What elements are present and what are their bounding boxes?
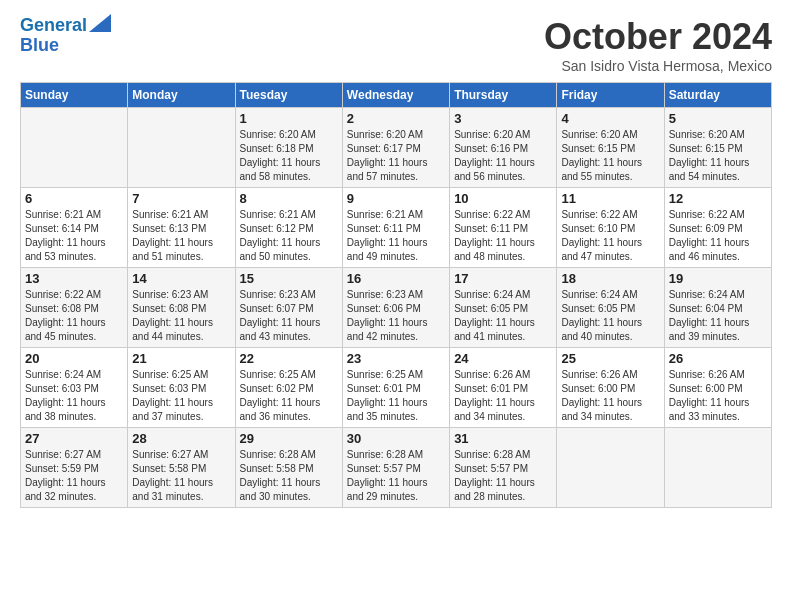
day-header-monday: Monday <box>128 83 235 108</box>
day-header-tuesday: Tuesday <box>235 83 342 108</box>
day-number: 6 <box>25 191 123 206</box>
calendar-cell: 2Sunrise: 6:20 AMSunset: 6:17 PMDaylight… <box>342 108 449 188</box>
calendar-cell: 5Sunrise: 6:20 AMSunset: 6:15 PMDaylight… <box>664 108 771 188</box>
cell-info: Sunrise: 6:22 AMSunset: 6:08 PMDaylight:… <box>25 288 123 344</box>
calendar-cell: 4Sunrise: 6:20 AMSunset: 6:15 PMDaylight… <box>557 108 664 188</box>
header: General Blue October 2024 San Isidro Vis… <box>20 16 772 74</box>
cell-info: Sunrise: 6:21 AMSunset: 6:12 PMDaylight:… <box>240 208 338 264</box>
cell-info: Sunrise: 6:21 AMSunset: 6:14 PMDaylight:… <box>25 208 123 264</box>
day-header-saturday: Saturday <box>664 83 771 108</box>
logo: General Blue <box>20 16 111 56</box>
calendar-cell: 29Sunrise: 6:28 AMSunset: 5:58 PMDayligh… <box>235 428 342 508</box>
calendar-cell: 10Sunrise: 6:22 AMSunset: 6:11 PMDayligh… <box>450 188 557 268</box>
cell-info: Sunrise: 6:20 AMSunset: 6:15 PMDaylight:… <box>669 128 767 184</box>
day-header-thursday: Thursday <box>450 83 557 108</box>
day-number: 8 <box>240 191 338 206</box>
calendar-week-row: 13Sunrise: 6:22 AMSunset: 6:08 PMDayligh… <box>21 268 772 348</box>
calendar-cell: 1Sunrise: 6:20 AMSunset: 6:18 PMDaylight… <box>235 108 342 188</box>
cell-info: Sunrise: 6:20 AMSunset: 6:15 PMDaylight:… <box>561 128 659 184</box>
cell-info: Sunrise: 6:23 AMSunset: 6:07 PMDaylight:… <box>240 288 338 344</box>
cell-info: Sunrise: 6:24 AMSunset: 6:04 PMDaylight:… <box>669 288 767 344</box>
day-header-sunday: Sunday <box>21 83 128 108</box>
cell-info: Sunrise: 6:26 AMSunset: 6:01 PMDaylight:… <box>454 368 552 424</box>
day-number: 19 <box>669 271 767 286</box>
calendar-cell: 13Sunrise: 6:22 AMSunset: 6:08 PMDayligh… <box>21 268 128 348</box>
calendar-table: SundayMondayTuesdayWednesdayThursdayFrid… <box>20 82 772 508</box>
cell-info: Sunrise: 6:26 AMSunset: 6:00 PMDaylight:… <box>561 368 659 424</box>
day-number: 14 <box>132 271 230 286</box>
cell-info: Sunrise: 6:22 AMSunset: 6:09 PMDaylight:… <box>669 208 767 264</box>
day-number: 7 <box>132 191 230 206</box>
calendar-cell: 21Sunrise: 6:25 AMSunset: 6:03 PMDayligh… <box>128 348 235 428</box>
cell-info: Sunrise: 6:27 AMSunset: 5:58 PMDaylight:… <box>132 448 230 504</box>
cell-info: Sunrise: 6:21 AMSunset: 6:13 PMDaylight:… <box>132 208 230 264</box>
cell-info: Sunrise: 6:28 AMSunset: 5:57 PMDaylight:… <box>347 448 445 504</box>
day-number: 22 <box>240 351 338 366</box>
calendar-cell: 26Sunrise: 6:26 AMSunset: 6:00 PMDayligh… <box>664 348 771 428</box>
day-number: 17 <box>454 271 552 286</box>
calendar-cell: 6Sunrise: 6:21 AMSunset: 6:14 PMDaylight… <box>21 188 128 268</box>
calendar-cell: 28Sunrise: 6:27 AMSunset: 5:58 PMDayligh… <box>128 428 235 508</box>
cell-info: Sunrise: 6:23 AMSunset: 6:06 PMDaylight:… <box>347 288 445 344</box>
cell-info: Sunrise: 6:28 AMSunset: 5:57 PMDaylight:… <box>454 448 552 504</box>
logo-text-blue: Blue <box>20 35 59 55</box>
cell-info: Sunrise: 6:25 AMSunset: 6:02 PMDaylight:… <box>240 368 338 424</box>
day-number: 23 <box>347 351 445 366</box>
calendar-cell: 16Sunrise: 6:23 AMSunset: 6:06 PMDayligh… <box>342 268 449 348</box>
calendar-cell: 14Sunrise: 6:23 AMSunset: 6:08 PMDayligh… <box>128 268 235 348</box>
day-number: 21 <box>132 351 230 366</box>
day-number: 16 <box>347 271 445 286</box>
cell-info: Sunrise: 6:20 AMSunset: 6:17 PMDaylight:… <box>347 128 445 184</box>
calendar-cell <box>128 108 235 188</box>
cell-info: Sunrise: 6:20 AMSunset: 6:16 PMDaylight:… <box>454 128 552 184</box>
day-number: 28 <box>132 431 230 446</box>
logo-icon <box>89 14 111 32</box>
calendar-cell: 17Sunrise: 6:24 AMSunset: 6:05 PMDayligh… <box>450 268 557 348</box>
calendar-cell: 30Sunrise: 6:28 AMSunset: 5:57 PMDayligh… <box>342 428 449 508</box>
calendar-cell: 24Sunrise: 6:26 AMSunset: 6:01 PMDayligh… <box>450 348 557 428</box>
cell-info: Sunrise: 6:23 AMSunset: 6:08 PMDaylight:… <box>132 288 230 344</box>
day-number: 29 <box>240 431 338 446</box>
day-number: 1 <box>240 111 338 126</box>
calendar-cell: 18Sunrise: 6:24 AMSunset: 6:05 PMDayligh… <box>557 268 664 348</box>
calendar-cell: 25Sunrise: 6:26 AMSunset: 6:00 PMDayligh… <box>557 348 664 428</box>
cell-info: Sunrise: 6:20 AMSunset: 6:18 PMDaylight:… <box>240 128 338 184</box>
calendar-cell: 12Sunrise: 6:22 AMSunset: 6:09 PMDayligh… <box>664 188 771 268</box>
day-number: 25 <box>561 351 659 366</box>
calendar-cell: 22Sunrise: 6:25 AMSunset: 6:02 PMDayligh… <box>235 348 342 428</box>
calendar-cell <box>664 428 771 508</box>
day-number: 3 <box>454 111 552 126</box>
calendar-week-row: 20Sunrise: 6:24 AMSunset: 6:03 PMDayligh… <box>21 348 772 428</box>
day-number: 26 <box>669 351 767 366</box>
calendar-cell: 11Sunrise: 6:22 AMSunset: 6:10 PMDayligh… <box>557 188 664 268</box>
calendar-cell <box>557 428 664 508</box>
logo-text: General <box>20 16 87 36</box>
calendar-cell: 27Sunrise: 6:27 AMSunset: 5:59 PMDayligh… <box>21 428 128 508</box>
calendar-cell: 31Sunrise: 6:28 AMSunset: 5:57 PMDayligh… <box>450 428 557 508</box>
calendar-body: 1Sunrise: 6:20 AMSunset: 6:18 PMDaylight… <box>21 108 772 508</box>
cell-info: Sunrise: 6:25 AMSunset: 6:03 PMDaylight:… <box>132 368 230 424</box>
calendar-cell: 15Sunrise: 6:23 AMSunset: 6:07 PMDayligh… <box>235 268 342 348</box>
cell-info: Sunrise: 6:21 AMSunset: 6:11 PMDaylight:… <box>347 208 445 264</box>
cell-info: Sunrise: 6:22 AMSunset: 6:11 PMDaylight:… <box>454 208 552 264</box>
day-number: 30 <box>347 431 445 446</box>
day-number: 31 <box>454 431 552 446</box>
day-number: 20 <box>25 351 123 366</box>
title-block: October 2024 San Isidro Vista Hermosa, M… <box>544 16 772 74</box>
day-number: 10 <box>454 191 552 206</box>
day-number: 15 <box>240 271 338 286</box>
page: General Blue October 2024 San Isidro Vis… <box>0 0 792 524</box>
day-number: 24 <box>454 351 552 366</box>
cell-info: Sunrise: 6:25 AMSunset: 6:01 PMDaylight:… <box>347 368 445 424</box>
cell-info: Sunrise: 6:28 AMSunset: 5:58 PMDaylight:… <box>240 448 338 504</box>
calendar-cell <box>21 108 128 188</box>
calendar-cell: 19Sunrise: 6:24 AMSunset: 6:04 PMDayligh… <box>664 268 771 348</box>
day-number: 2 <box>347 111 445 126</box>
location: San Isidro Vista Hermosa, Mexico <box>544 58 772 74</box>
calendar-week-row: 6Sunrise: 6:21 AMSunset: 6:14 PMDaylight… <box>21 188 772 268</box>
day-number: 13 <box>25 271 123 286</box>
month-title: October 2024 <box>544 16 772 58</box>
calendar-cell: 7Sunrise: 6:21 AMSunset: 6:13 PMDaylight… <box>128 188 235 268</box>
cell-info: Sunrise: 6:27 AMSunset: 5:59 PMDaylight:… <box>25 448 123 504</box>
day-number: 4 <box>561 111 659 126</box>
